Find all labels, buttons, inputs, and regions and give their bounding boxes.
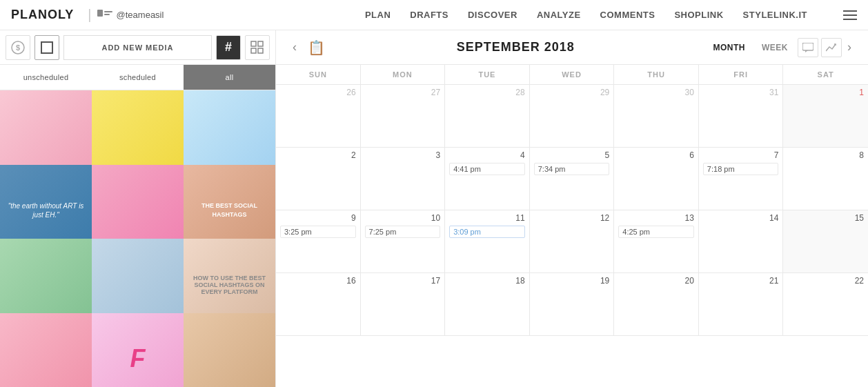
svg-rect-8	[251, 48, 256, 53]
cal-date: 6	[618, 150, 694, 160]
dollar-icon-btn[interactable]: $	[6, 35, 30, 60]
cal-cell[interactable]: 4 4:41 pm	[445, 148, 530, 210]
cal-event[interactable]: 7:18 pm	[703, 163, 779, 175]
cal-cell[interactable]: 7 7:18 pm	[699, 148, 784, 210]
day-header-sun: SUN	[276, 65, 361, 84]
week-view-button[interactable]: WEEK	[755, 40, 795, 55]
cal-cell[interactable]: 1	[783, 85, 868, 147]
cal-cell[interactable]: 9 3:25 pm	[276, 210, 361, 272]
calendar-view-buttons: MONTH WEEK	[707, 38, 842, 57]
account-name: @teameasil	[117, 10, 164, 20]
cal-cell[interactable]: 2	[276, 148, 361, 210]
cal-cell[interactable]: 5 7:34 pm	[530, 148, 615, 210]
day-header-thu: THU	[614, 65, 699, 84]
filter-unscheduled[interactable]: unscheduled	[0, 65, 92, 90]
nav-account[interactable]: @teameasil	[97, 10, 164, 21]
prev-month-button[interactable]: ‹	[287, 37, 302, 57]
cal-date: 15	[787, 213, 864, 223]
add-media-button[interactable]: ADD NEW MEDIA	[63, 35, 212, 60]
media-item[interactable]	[184, 313, 275, 388]
account-icon	[97, 10, 112, 21]
cal-cell[interactable]: 13 4:25 pm	[614, 210, 699, 272]
nav-discover[interactable]: DISCOVER	[468, 10, 517, 20]
cal-event[interactable]: 7:25 pm	[365, 226, 441, 238]
cal-date: 21	[703, 276, 779, 286]
nav-drafts[interactable]: DRAFTS	[410, 10, 448, 20]
hamburger-menu[interactable]	[843, 10, 857, 20]
media-item[interactable]	[0, 313, 92, 388]
cal-cell[interactable]: 26	[276, 85, 361, 147]
cal-date: 30	[618, 88, 694, 97]
filter-scheduled[interactable]: scheduled	[92, 65, 184, 90]
cal-cell[interactable]: 30	[614, 85, 699, 147]
cal-event[interactable]: 3:25 pm	[280, 226, 356, 238]
day-header-wed: WED	[530, 65, 615, 84]
cal-cell[interactable]: 14	[699, 210, 784, 272]
calendar-days-header: SUN MON TUE WED THU FRI SAT	[276, 65, 868, 85]
nav-divider: |	[88, 7, 91, 23]
calendar-week-4: 16 17 18 19 20 21 22	[276, 273, 868, 336]
filter-all[interactable]: all	[184, 65, 275, 90]
cal-event[interactable]: 3:09 pm	[449, 226, 525, 238]
left-panel: $ ADD NEW MEDIA # unscheduled	[0, 30, 276, 387]
svg-rect-5	[41, 42, 52, 53]
cal-cell[interactable]: 12	[530, 210, 615, 272]
calendar-week-2: 2 3 4 4:41 pm 5 7:34 pm 6 7 7:18 pm 8	[276, 148, 868, 210]
cal-cell[interactable]: 27	[361, 85, 446, 147]
nav-shoplink[interactable]: SHOPLINK	[674, 10, 723, 20]
svg-rect-6	[251, 41, 256, 46]
cal-cell[interactable]: 8	[783, 148, 868, 210]
nav-comments[interactable]: COMMENTS	[600, 10, 655, 20]
chat-icon-btn[interactable]	[798, 38, 818, 57]
clipboard-icon[interactable]: 📋	[308, 39, 325, 56]
cal-cell[interactable]: 19	[530, 273, 615, 335]
cal-cell[interactable]: 11 3:09 pm	[445, 210, 530, 272]
analytics-icon-btn[interactable]	[821, 38, 842, 57]
nav-analyze[interactable]: ANALYZE	[537, 10, 581, 20]
analytics-icon	[826, 43, 837, 52]
cal-cell[interactable]: 31	[699, 85, 784, 147]
cal-event[interactable]: 4:25 pm	[618, 226, 694, 238]
square-icon	[41, 41, 53, 54]
calendar-week-3: 9 3:25 pm 10 7:25 pm 11 3:09 pm 12 13 4:…	[276, 210, 868, 273]
cal-cell[interactable]: 15	[783, 210, 868, 272]
month-view-button[interactable]: MONTH	[707, 40, 753, 55]
cal-cell[interactable]: 3	[361, 148, 446, 210]
media-item[interactable]: F	[92, 313, 184, 388]
right-panel: ‹ 📋 SEPTEMBER 2018 MONTH WEEK	[276, 30, 868, 387]
cal-cell[interactable]: 17	[361, 273, 446, 335]
nav-plan[interactable]: PLAN	[365, 10, 391, 20]
cal-date: 27	[365, 88, 441, 97]
cal-date: 26	[280, 88, 356, 97]
day-header-tue: TUE	[445, 65, 530, 84]
cal-date: 10	[365, 213, 441, 223]
cal-cell[interactable]: 21	[699, 273, 784, 335]
svg-rect-2	[104, 14, 110, 15]
cal-cell[interactable]: 29	[530, 85, 615, 147]
cal-event[interactable]: 4:41 pm	[449, 163, 525, 175]
cal-cell[interactable]: 16	[276, 273, 361, 335]
cal-date: 7	[703, 150, 779, 160]
nav-links: PLAN DRAFTS DISCOVER ANALYZE COMMENTS SH…	[365, 10, 857, 20]
svg-text:$: $	[16, 43, 20, 52]
cal-cell[interactable]: 28	[445, 85, 530, 147]
calendar-title: SEPTEMBER 2018	[325, 40, 707, 54]
cal-cell[interactable]: 18	[445, 273, 530, 335]
cal-cell[interactable]: 22	[783, 273, 868, 335]
svg-rect-10	[802, 43, 813, 50]
cal-cell[interactable]: 20	[614, 273, 699, 335]
cal-date: 22	[787, 276, 864, 286]
grid-view-button[interactable]	[245, 35, 270, 60]
cal-date: 8	[787, 150, 864, 160]
top-nav: PLANOLY | @teameasil PLAN DRAFTS DISCOVE…	[0, 0, 868, 30]
next-month-button[interactable]: ›	[842, 37, 857, 57]
nav-stylelink[interactable]: STYLELINK.IT	[743, 10, 807, 20]
cal-date: 3	[365, 150, 441, 160]
cal-cell[interactable]: 10 7:25 pm	[361, 210, 446, 272]
chat-icon	[802, 43, 813, 52]
hashtag-button[interactable]: #	[216, 35, 241, 60]
square-icon-btn[interactable]	[34, 35, 59, 60]
day-header-fri: FRI	[699, 65, 784, 84]
cal-event[interactable]: 7:34 pm	[534, 163, 610, 175]
cal-cell[interactable]: 6	[614, 148, 699, 210]
